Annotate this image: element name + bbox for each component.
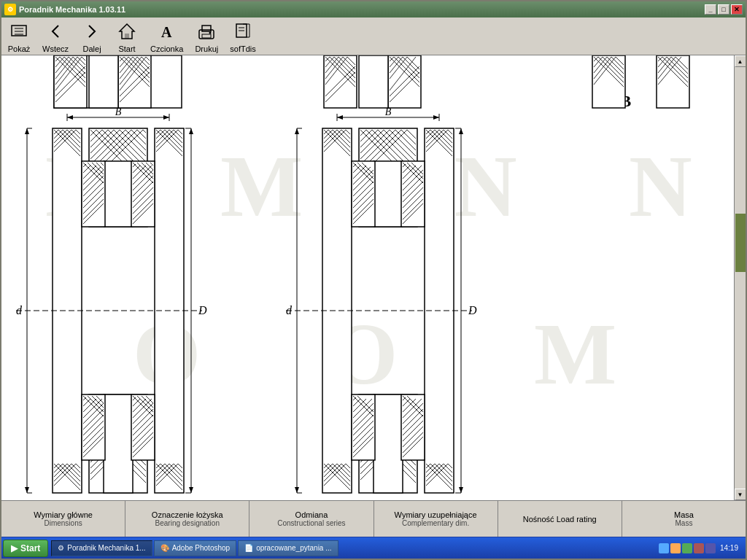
taskbar-items: ⚙ Poradnik Mechanika 1... 🎨 Adobe Photos…	[51, 540, 656, 556]
scrollbar[interactable]: ▲ ▼	[734, 55, 746, 500]
tab-wymiary-glowne-sub: Dimensions	[44, 519, 82, 527]
pokaz-button[interactable]: Pokaż	[4, 18, 34, 55]
start-icon: ▶	[11, 543, 18, 553]
tab-oznaczenie-main: Oznaczenie łożyska	[152, 510, 223, 519]
rnu-bearing: RNU B	[286, 92, 477, 500]
window-title: Poradnik Mechanika 1.03.11	[19, 5, 705, 14]
taskbar-item-document[interactable]: 📄 opracowane_pytania ...	[238, 540, 338, 556]
rnu-d-label: d	[286, 304, 293, 316]
taskbar-right: 14:19	[656, 543, 744, 553]
czcionka-label: Czcionka	[150, 44, 183, 53]
taskbar-photoshop-icon: 🎨	[160, 544, 169, 552]
wstecz-button[interactable]: Wstecz	[39, 18, 71, 55]
tab-odmiana-main: Odmiana	[295, 510, 328, 519]
start-label: Start	[20, 543, 40, 553]
svg-rect-403	[359, 55, 388, 108]
scroll-track[interactable]	[735, 67, 746, 489]
taskbar-item-poradnik[interactable]: ⚙ Poradnik Mechanika 1...	[51, 540, 152, 556]
title-bar: ⚙ Poradnik Mechanika 1.03.11 _ □ ✕	[1, 1, 746, 18]
svg-marker-185	[25, 487, 29, 493]
app-icon: ⚙	[4, 4, 16, 15]
rnu-D-label: D	[468, 304, 477, 316]
drukuj-label: Drukuj	[195, 44, 218, 53]
drukuj-button[interactable]: Drukuj	[192, 18, 221, 55]
svg-rect-7	[202, 26, 211, 31]
svg-rect-143	[104, 394, 133, 493]
svg-rect-4	[125, 34, 129, 39]
svg-marker-184	[25, 128, 29, 134]
svg-point-9	[209, 31, 212, 34]
close-button[interactable]: ✕	[731, 4, 743, 15]
dalej-button[interactable]: Dalej	[77, 18, 107, 55]
taskbar-poradnik-icon: ⚙	[58, 544, 64, 552]
watermark-m1: M	[220, 138, 303, 235]
softdis-button[interactable]: sofTdis	[227, 18, 258, 55]
taskbar: ▶ Start ⚙ Poradnik Mechanika 1... 🎨 Adob…	[1, 537, 746, 559]
svg-marker-335	[459, 128, 463, 134]
svg-marker-21	[163, 115, 169, 120]
top-cap-left	[54, 55, 151, 108]
svg-text:A: A	[161, 24, 172, 40]
main-window: ⚙ Poradnik Mechanika 1.03.11 _ □ ✕ Pokaż…	[0, 0, 747, 560]
toolbar: Pokaż Wstecz Dalej Start A Czcionka	[1, 18, 746, 55]
pokaz-label: Pokaż	[8, 44, 31, 53]
dalej-label: Dalej	[83, 44, 101, 53]
tab-odmiana-sub: Constructional series	[277, 519, 345, 527]
taskbar-document-label: opracowane_pytania ...	[256, 544, 331, 552]
taskbar-photoshop-label: Adobe Photoshop	[172, 544, 231, 552]
window-controls: _ □ ✕	[705, 4, 743, 15]
tab-nosnosc-main: Nośność Load rating	[523, 515, 597, 524]
czcionka-button[interactable]: A Czcionka	[147, 18, 186, 55]
tab-oznaczenie-sub: Bearing designation	[155, 519, 220, 527]
tray-antivirus-icon	[694, 543, 704, 553]
czcionka-icon: A	[155, 20, 179, 43]
tray-volume-icon	[670, 543, 681, 553]
svg-rect-8	[202, 34, 211, 38]
nuj-d-label: d	[16, 304, 23, 316]
scroll-down-button[interactable]: ▼	[735, 489, 746, 500]
tab-masa[interactable]: Masa Mass	[622, 501, 746, 537]
tab-wymiary-glowne-main: Wymiary główne	[34, 510, 93, 519]
content-area: L O M O N M N	[1, 55, 746, 500]
tab-nosnosc[interactable]: Nośność Load rating	[498, 501, 622, 537]
scroll-thumb[interactable]	[735, 214, 746, 272]
watermark-n1: N	[454, 138, 517, 235]
svg-marker-191	[433, 115, 439, 120]
start-icon	[115, 20, 139, 43]
svg-marker-336	[459, 487, 463, 493]
clock: 14:19	[717, 544, 741, 552]
nuj-D-label: D	[198, 304, 207, 316]
drukuj-icon	[195, 20, 218, 43]
bottom-tabs: Wymiary główne Dimensions Oznaczenie łoż…	[1, 500, 746, 537]
svg-rect-375	[89, 55, 118, 108]
svg-marker-179	[189, 128, 193, 134]
tab-wymiary-uzup-main: Wymiary uzupełniające	[395, 510, 477, 519]
tab-oznaczenie[interactable]: Oznaczenie łożyska Bearing designation	[125, 501, 249, 537]
tray-power-icon	[705, 543, 716, 553]
minimize-button[interactable]: _	[705, 4, 716, 15]
svg-marker-340	[295, 128, 299, 134]
svg-rect-256	[374, 161, 403, 227]
bearing-diagram: L O M O N M N	[1, 55, 724, 500]
start-button[interactable]: Start	[112, 18, 142, 55]
taskbar-document-icon: 📄	[244, 544, 253, 552]
tab-odmiana[interactable]: Odmiana Constructional series	[249, 501, 374, 537]
svg-rect-88	[104, 161, 133, 227]
top-cap-middle	[324, 55, 421, 108]
tab-wymiary-glowne[interactable]: Wymiary główne Dimensions	[1, 501, 125, 537]
tab-wymiary-uzup-sub: Complementary dim.	[402, 519, 469, 527]
maximize-button[interactable]: □	[718, 4, 729, 15]
pokaz-icon	[7, 20, 31, 43]
scroll-up-button[interactable]: ▲	[735, 55, 746, 67]
taskbar-poradnik-label: Poradnik Mechanika 1...	[67, 544, 145, 552]
svg-marker-20	[67, 115, 73, 120]
tray-network-icon	[659, 543, 669, 553]
tab-masa-sub: Mass	[675, 519, 692, 527]
wstecz-label: Wstecz	[42, 44, 69, 53]
tab-wymiary-uzup[interactable]: Wymiary uzupełniające Complementary dim.	[374, 501, 498, 537]
taskbar-item-photoshop[interactable]: 🎨 Adobe Photoshop	[154, 540, 237, 556]
watermark-n2: N	[629, 138, 692, 235]
start-button[interactable]: ▶ Start	[3, 540, 48, 557]
svg-marker-341	[295, 487, 299, 493]
tab-masa-main: Masa	[674, 510, 694, 519]
